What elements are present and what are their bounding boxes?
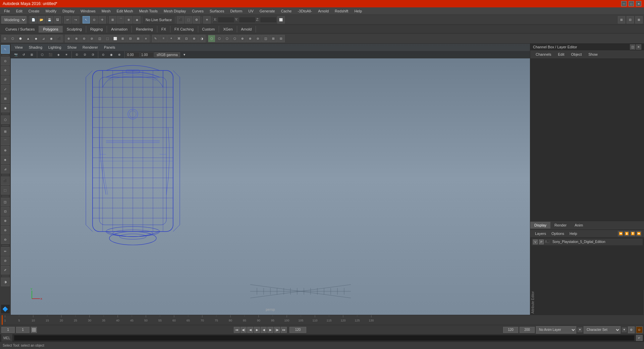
vp-tex-btn[interactable]: ◈ bbox=[55, 51, 62, 58]
layer-visibility-btn[interactable]: V bbox=[533, 240, 538, 244]
poly-op14[interactable]: ⌖ bbox=[167, 35, 175, 42]
x-input[interactable] bbox=[218, 17, 234, 23]
close-button[interactable]: ✕ bbox=[636, 1, 641, 6]
menu-windows[interactable]: Windows bbox=[78, 8, 98, 14]
poly-op15[interactable]: ⌘ bbox=[175, 35, 182, 42]
poly-op13[interactable]: ⌗ bbox=[160, 35, 167, 42]
transform-poly3[interactable]: ⬢ bbox=[17, 35, 24, 42]
timeline-playhead[interactable] bbox=[2, 315, 3, 325]
bookmark-btn[interactable]: ⊖ bbox=[1, 235, 10, 244]
soft-mod-btn[interactable]: ◉ bbox=[1, 104, 10, 112]
vp-smooth1[interactable]: ① bbox=[73, 51, 80, 58]
menu-edit[interactable]: Edit bbox=[13, 8, 25, 14]
end-frame-input[interactable] bbox=[289, 327, 306, 333]
poly-sel2[interactable]: ⬡ bbox=[216, 35, 223, 42]
poly-sel9[interactable]: ⊞ bbox=[270, 35, 277, 42]
ipr-button[interactable]: ⬚ bbox=[185, 16, 192, 23]
tab-sculpting[interactable]: Sculpting bbox=[63, 26, 86, 33]
skip-to-start-btn[interactable]: ⏮ bbox=[234, 327, 240, 333]
save-as-button[interactable]: 🖫 bbox=[54, 16, 61, 23]
menu-file[interactable]: File bbox=[1, 8, 13, 14]
menu-3dtoall[interactable]: -3DtoAll- bbox=[295, 8, 315, 14]
vp-gamma-toggle[interactable]: ▼ bbox=[181, 51, 188, 58]
open-file-button[interactable]: 📂 bbox=[38, 16, 45, 23]
viewport-panels-menu[interactable]: Panels bbox=[101, 45, 118, 50]
move-btn[interactable]: ✛ bbox=[1, 66, 10, 75]
menu-deform[interactable]: Deform bbox=[227, 8, 245, 14]
grease-pencil-btn[interactable]: ✐ bbox=[1, 266, 10, 275]
render-button[interactable]: ⬛ bbox=[177, 16, 184, 23]
snap-to-surface-btn[interactable]: ◈ bbox=[1, 155, 10, 164]
command-input[interactable] bbox=[14, 335, 635, 341]
select-tool-button[interactable]: ↖ bbox=[83, 16, 90, 23]
attribute-editor-toggle[interactable]: ⊟ bbox=[627, 16, 634, 23]
vp-value-input2[interactable] bbox=[140, 52, 154, 57]
show-tab[interactable]: Show bbox=[586, 52, 600, 57]
tool-settings-toggle[interactable]: ⊠ bbox=[635, 16, 643, 23]
z-input[interactable] bbox=[260, 17, 277, 23]
anim-tab[interactable]: Anim bbox=[571, 222, 587, 229]
snap-to-curve-btn[interactable]: ⌒ bbox=[1, 137, 10, 145]
tab-rigging[interactable]: Rigging bbox=[86, 26, 107, 33]
layer-pickable-btn[interactable]: P bbox=[539, 240, 544, 244]
menu-arnold[interactable]: Arnold bbox=[315, 8, 331, 14]
layer-name-label[interactable]: Sony_Playstation_5_Digital_Edition bbox=[552, 240, 605, 244]
xray-btn[interactable]: ◑ bbox=[1, 278, 10, 286]
layer-add3-btn[interactable]: ⏬ bbox=[630, 231, 635, 236]
prev-key-btn[interactable]: ◀| bbox=[240, 327, 247, 333]
tab-fx-caching[interactable]: FX Caching bbox=[170, 26, 198, 33]
lasso-tool-button[interactable]: ⊙ bbox=[91, 16, 98, 23]
snap-grid-button[interactable]: ⊞ bbox=[109, 16, 116, 23]
menu-generate[interactable]: Generate bbox=[257, 8, 278, 14]
start-frame-input[interactable] bbox=[1, 327, 15, 333]
poly-op5[interactable]: ◫ bbox=[96, 35, 103, 42]
transform-poly4[interactable]: ▲ bbox=[24, 35, 32, 42]
scale-btn[interactable]: ⤢ bbox=[1, 85, 10, 94]
tab-fx[interactable]: FX bbox=[157, 26, 170, 33]
tab-xgen[interactable]: XGen bbox=[219, 26, 237, 33]
vp-smooth3[interactable]: ③ bbox=[89, 51, 97, 58]
viewport-lighting-menu[interactable]: Lighting bbox=[46, 45, 64, 50]
vp-value-input1[interactable] bbox=[126, 52, 140, 57]
edit-tab[interactable]: Edit bbox=[555, 52, 567, 57]
tab-animation[interactable]: Animation bbox=[107, 26, 132, 33]
poly-op17[interactable]: ⊛ bbox=[191, 35, 198, 42]
menu-modify[interactable]: Modify bbox=[43, 8, 59, 14]
poly-op8[interactable]: ⊞ bbox=[119, 35, 126, 42]
poly-op1[interactable]: ⊕ bbox=[65, 35, 72, 42]
snap-to-view-btn[interactable]: ⊿ bbox=[1, 165, 10, 173]
move-tool-button[interactable]: ✛ bbox=[99, 16, 106, 23]
tab-rendering[interactable]: Rendering bbox=[132, 26, 157, 33]
menu-surfaces[interactable]: Surfaces bbox=[207, 8, 227, 14]
vp-wireframe-btn[interactable]: ⬡ bbox=[39, 51, 46, 58]
render-region-btn[interactable]: ⬛ bbox=[1, 177, 10, 185]
frame-select-btn[interactable]: ⊛ bbox=[1, 226, 10, 235]
snap-surface-button[interactable]: ◈ bbox=[133, 16, 141, 23]
poly-sel7[interactable]: ⊖ bbox=[254, 35, 262, 42]
viewport[interactable]: View Shading Lighting Show Renderer Pane… bbox=[11, 44, 530, 315]
snap-to-grid-btn[interactable]: ⊞ bbox=[1, 127, 10, 136]
menu-edit-mesh[interactable]: Edit Mesh bbox=[114, 8, 136, 14]
layers-tab[interactable]: Layers bbox=[533, 231, 548, 236]
timeline-bar[interactable]: 1 5 10 15 20 25 30 35 bbox=[0, 315, 644, 325]
select-mode-btn[interactable]: ↖ bbox=[1, 45, 10, 54]
rotate-btn[interactable]: ↺ bbox=[1, 76, 10, 84]
cmd-enter-btn[interactable]: ↵ bbox=[636, 335, 643, 341]
vp-rotate-btn[interactable]: ↺ bbox=[20, 51, 28, 58]
new-file-button[interactable]: 📄 bbox=[30, 16, 37, 23]
prev-frame-btn[interactable]: ◀ bbox=[247, 327, 253, 333]
sculpt-btn[interactable]: ⊘ bbox=[1, 256, 10, 265]
settings-btn[interactable]: ⚙ bbox=[628, 327, 635, 333]
menu-mesh-tools[interactable]: Mesh Tools bbox=[137, 8, 160, 14]
vp-ao-btn[interactable]: ◉ bbox=[108, 51, 115, 58]
poly-op11[interactable]: ≡ bbox=[142, 35, 150, 42]
transform-poly5[interactable]: ◆ bbox=[32, 35, 40, 42]
vp-solid-btn[interactable]: ⬛ bbox=[47, 51, 54, 58]
transform-poly6[interactable]: ⊿ bbox=[40, 35, 47, 42]
poly-sel6[interactable]: ⊗ bbox=[247, 35, 254, 42]
poly-sel5[interactable]: ⊕ bbox=[239, 35, 246, 42]
frame-all-btn[interactable]: ⊗ bbox=[1, 216, 10, 225]
menu-redshift[interactable]: Redshift bbox=[332, 8, 351, 14]
transform-poly1[interactable]: ⊙ bbox=[1, 35, 9, 42]
menu-cache[interactable]: Cache bbox=[278, 8, 294, 14]
